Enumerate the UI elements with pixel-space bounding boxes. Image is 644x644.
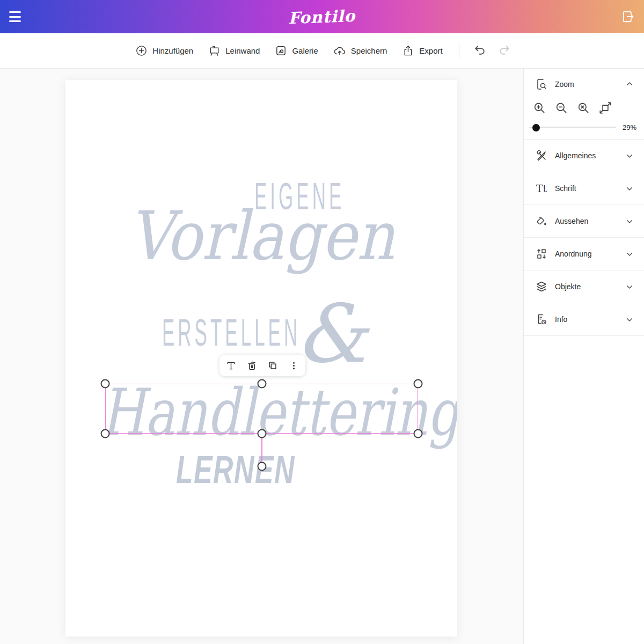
chevron-down-icon <box>625 151 634 160</box>
resize-handle-top-right[interactable] <box>414 379 423 389</box>
delete-button[interactable] <box>243 356 261 375</box>
plus-circle-icon <box>135 45 148 57</box>
panel-info-label: Info <box>555 315 625 324</box>
text-layer-handlettering[interactable]: Handlettering <box>101 380 457 445</box>
chevron-down-icon <box>625 216 634 226</box>
zoom-slider[interactable] <box>529 127 616 128</box>
undo-button[interactable] <box>470 41 490 61</box>
zoom-slider-row: 29% <box>524 121 644 131</box>
chevron-down-icon <box>625 249 634 259</box>
gallery-icon <box>275 45 287 57</box>
text-edit-icon <box>225 360 237 371</box>
panel-anordnung-label: Anordnung <box>555 250 625 258</box>
trash-icon <box>246 360 258 371</box>
panel-objekte-label: Objekte <box>555 282 625 291</box>
zoom-reset-icon <box>576 101 590 115</box>
arrange-icon <box>535 247 548 260</box>
layers-icon <box>535 280 548 293</box>
resize-handle-bottom-center[interactable] <box>258 429 267 438</box>
chevron-down-icon <box>625 184 634 193</box>
duplicate-icon <box>267 360 279 371</box>
panel-allgemeines-label: Allgemeines <box>555 151 625 160</box>
add-label: Hinzufügen <box>152 46 193 55</box>
export-label: Export <box>419 46 442 55</box>
gallery-button[interactable]: Galerie <box>269 40 323 61</box>
export-button[interactable]: Export <box>397 40 448 61</box>
panel-allgemeines[interactable]: Allgemeines <box>524 140 644 172</box>
chevron-down-icon <box>625 314 634 324</box>
zoom-document-icon <box>535 78 548 91</box>
resize-handle-top-center[interactable] <box>258 379 267 389</box>
text-layer-lernen[interactable]: LERNEN <box>176 450 295 489</box>
duplicate-button[interactable] <box>264 356 282 375</box>
add-button[interactable]: Hinzufügen <box>130 40 199 61</box>
text-layer-vorlagen[interactable]: Vorlagen <box>129 202 394 269</box>
resize-handle-top-left[interactable] <box>101 379 110 389</box>
resize-handle-bottom-left[interactable] <box>101 429 110 438</box>
zoom-slider-knob[interactable] <box>532 124 540 131</box>
rotation-handle[interactable] <box>258 462 267 471</box>
panel-schrift[interactable]: Tt Schrift <box>524 172 644 205</box>
panel-info[interactable]: Info <box>524 303 644 336</box>
canvas-settings-button[interactable]: Leinwand <box>203 40 265 61</box>
save-label: Speichern <box>351 46 387 55</box>
main-toolbar: Hinzufügen Leinwand Galerie <box>0 33 644 68</box>
selection-toolbar <box>219 355 305 376</box>
chevron-down-icon <box>625 282 634 291</box>
app-logo: Fontilo <box>288 6 356 27</box>
easel-icon <box>208 45 221 57</box>
more-options-icon <box>289 361 299 371</box>
text-layer-erstellen[interactable]: ERSTELLEN <box>162 314 301 352</box>
redo-icon <box>497 44 511 57</box>
zoom-controls <box>524 98 644 121</box>
save-button[interactable]: Speichern <box>328 40 393 62</box>
paint-bucket-icon <box>535 215 548 228</box>
resize-handle-bottom-right[interactable] <box>414 429 423 438</box>
panel-aussehen-label: Aussehen <box>555 217 625 225</box>
gallery-label: Galerie <box>292 46 318 55</box>
hamburger-icon <box>9 11 21 13</box>
font-icon: Tt <box>535 182 548 194</box>
export-icon <box>402 45 414 57</box>
menu-button[interactable] <box>9 10 23 23</box>
toolbar-divider <box>459 44 459 58</box>
text-layer-ampersand[interactable]: & <box>295 294 367 374</box>
zoom-out-icon <box>554 101 568 115</box>
edit-text-button[interactable] <box>222 356 240 375</box>
artboard[interactable]: EIGENE Vorlagen ERSTELLEN & Handletterin… <box>65 80 457 636</box>
undo-icon <box>473 44 487 57</box>
more-options-button[interactable] <box>284 356 303 375</box>
panel-aussehen[interactable]: Aussehen <box>524 205 644 238</box>
app-root: Fontilo Hinzufügen <box>0 0 644 644</box>
panel-zoom-label: Zoom <box>555 80 625 89</box>
zoom-reset-button[interactable] <box>575 100 591 116</box>
panel-zoom-header[interactable]: Zoom <box>524 71 644 98</box>
zoom-value: 29% <box>616 123 636 131</box>
zoom-in-icon <box>532 101 546 115</box>
chevron-up-icon <box>625 79 634 89</box>
fit-screen-button[interactable] <box>597 100 613 116</box>
tools-icon <box>535 149 548 162</box>
cloud-upload-icon <box>333 45 346 57</box>
panel-objekte[interactable]: Objekte <box>524 270 644 303</box>
logout-icon <box>620 9 636 24</box>
panel-schrift-label: Schrift <box>555 184 625 193</box>
zoom-in-button[interactable] <box>531 100 547 116</box>
fit-screen-icon <box>598 101 612 115</box>
document-info-icon <box>535 313 548 326</box>
properties-sidebar: Zoom <box>523 69 644 644</box>
canvas-label: Leinwand <box>225 46 260 55</box>
top-header: Fontilo <box>0 0 644 33</box>
zoom-out-button[interactable] <box>553 100 569 116</box>
logout-button[interactable] <box>620 9 636 25</box>
canvas-workspace[interactable]: EIGENE Vorlagen ERSTELLEN & Handletterin… <box>0 69 523 644</box>
panel-zoom: Zoom <box>524 69 644 140</box>
panel-anordnung[interactable]: Anordnung <box>524 238 644 270</box>
redo-button[interactable] <box>494 41 514 61</box>
